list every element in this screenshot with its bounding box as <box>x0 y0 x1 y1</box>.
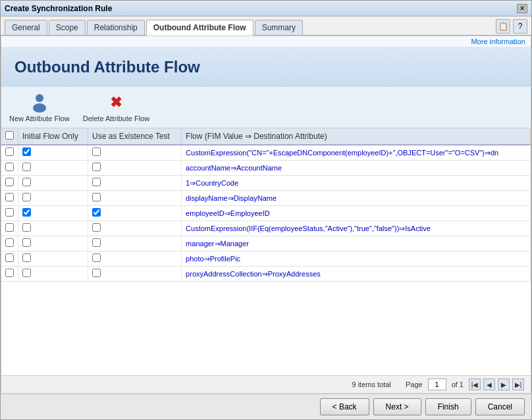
page-label: Page <box>406 381 423 388</box>
existence-test-checkbox[interactable] <box>92 208 101 217</box>
flow-value-cell: accountName⇒AccountName <box>182 161 531 176</box>
initial-flow-cell <box>18 191 88 206</box>
initial-flow-checkbox[interactable] <box>22 208 31 217</box>
existence-test-checkbox[interactable] <box>92 163 101 171</box>
items-total: 9 items total <box>352 381 391 388</box>
flow-value-cell: proxyAddressCollection⇒ProxyAddresses <box>182 267 531 282</box>
flow-value-cell: employeeID⇒EmployeeID <box>182 206 531 221</box>
svg-point-0 <box>36 94 43 102</box>
new-flow-icon <box>29 92 50 113</box>
initial-flow-checkbox[interactable] <box>22 178 31 186</box>
svg-point-1 <box>33 103 46 113</box>
select-all-checkbox[interactable] <box>5 131 14 140</box>
row-select-checkbox[interactable] <box>5 238 14 247</box>
flow-value-cell: photo⇒ProfilePic <box>182 251 531 267</box>
tab-bar: General Scope Relationship Outbound Attr… <box>1 16 531 36</box>
table-row: proxyAddressCollection⇒ProxyAddresses <box>1 267 531 282</box>
table-container: Initial Flow Only Use as Existence Test … <box>1 128 531 375</box>
row-select-cell <box>1 221 18 236</box>
finish-button[interactable]: Finish <box>425 398 471 415</box>
initial-flow-checkbox[interactable] <box>22 147 31 156</box>
existence-test-cell <box>88 221 182 236</box>
initial-flow-cell <box>18 267 88 282</box>
existence-test-cell <box>88 251 182 267</box>
tab-outbound[interactable]: Outbound Attribute Flow <box>146 20 253 36</box>
row-select-checkbox[interactable] <box>5 269 14 277</box>
initial-flow-checkbox[interactable] <box>22 193 31 201</box>
flow-value-cell: 1⇒CountryCode <box>182 176 531 191</box>
table-row: employeeID⇒EmployeeID <box>1 206 531 221</box>
more-info-link[interactable]: More information <box>1 36 531 47</box>
close-button[interactable]: ✕ <box>517 4 527 13</box>
existence-test-cell <box>88 236 182 251</box>
table-row: displayName⇒DisplayName <box>1 191 531 206</box>
existence-test-checkbox[interactable] <box>92 147 101 156</box>
existence-test-checkbox[interactable] <box>92 238 101 247</box>
row-select-checkbox[interactable] <box>5 178 14 186</box>
initial-flow-checkbox[interactable] <box>22 163 31 171</box>
of-label: of 1 <box>452 381 464 388</box>
initial-flow-checkbox[interactable] <box>22 223 31 232</box>
initial-flow-checkbox[interactable] <box>22 269 31 277</box>
row-select-checkbox[interactable] <box>5 147 14 156</box>
row-select-cell <box>1 267 18 282</box>
tab-right-icons: 📋 ? <box>496 19 527 35</box>
row-select-checkbox[interactable] <box>5 193 14 201</box>
row-select-cell <box>1 251 18 267</box>
tab-general[interactable]: General <box>5 20 47 35</box>
cancel-button[interactable]: Cancel <box>475 398 525 415</box>
table-row: accountName⇒AccountName <box>1 161 531 176</box>
row-select-cell <box>1 206 18 221</box>
new-attribute-flow-button[interactable]: New Attribute Flow <box>9 92 70 122</box>
row-select-checkbox[interactable] <box>5 253 14 262</box>
row-select-checkbox[interactable] <box>5 208 14 217</box>
table-row: CustomExpression("CN="+EscapeDNComponent… <box>1 145 531 161</box>
last-page-button[interactable]: ▶| <box>512 379 524 390</box>
row-select-cell <box>1 145 18 161</box>
existence-test-checkbox[interactable] <box>92 269 101 277</box>
tab-summary[interactable]: Summary <box>255 20 303 35</box>
existence-test-cell <box>88 191 182 206</box>
title-bar: Create Synchronization Rule ✕ <box>1 1 531 16</box>
row-select-checkbox[interactable] <box>5 223 14 232</box>
flow-value-cell: displayName⇒DisplayName <box>182 191 531 206</box>
initial-flow-cell <box>18 176 88 191</box>
flow-value-cell: manager⇒Manager <box>182 236 531 251</box>
tab-relationship[interactable]: Relationship <box>87 20 145 35</box>
existence-test-checkbox[interactable] <box>92 223 101 232</box>
row-select-cell <box>1 236 18 251</box>
tab-scope[interactable]: Scope <box>49 20 86 35</box>
page-input[interactable] <box>428 379 446 390</box>
back-button[interactable]: < Back <box>320 398 369 415</box>
existence-test-cell <box>88 206 182 221</box>
delete-flow-icon: ✖ <box>105 92 126 113</box>
existence-test-checkbox[interactable] <box>92 193 101 201</box>
main-window: Create Synchronization Rule ✕ General Sc… <box>0 0 532 420</box>
initial-flow-checkbox[interactable] <box>22 238 31 247</box>
prev-page-button[interactable]: ◀ <box>483 379 495 390</box>
table-row: photo⇒ProfilePic <box>1 251 531 267</box>
existence-test-cell <box>88 176 182 191</box>
delete-attribute-flow-button[interactable]: ✖ Delete Attribute Flow <box>83 92 150 122</box>
initial-flow-cell <box>18 161 88 176</box>
next-button[interactable]: Next > <box>373 398 421 415</box>
page-header: Outbound Attribute Flow <box>1 47 531 87</box>
existence-test-checkbox[interactable] <box>92 178 101 186</box>
row-select-cell <box>1 176 18 191</box>
next-page-button[interactable]: ▶ <box>498 379 510 390</box>
table-row: CustomExpression(IIF(Eq(employeeStatus,"… <box>1 221 531 236</box>
table-row: manager⇒Manager <box>1 236 531 251</box>
button-bar: < Back Next > Finish Cancel <box>1 394 531 419</box>
row-select-checkbox[interactable] <box>5 163 14 171</box>
attribute-flow-table: Initial Flow Only Use as Existence Test … <box>1 128 531 282</box>
col-initial-flow: Initial Flow Only <box>18 128 88 145</box>
content-area: More information Outbound Attribute Flow… <box>1 36 531 394</box>
initial-flow-checkbox[interactable] <box>22 253 31 262</box>
info-icon-button[interactable]: 📋 <box>496 19 510 34</box>
new-attribute-flow-label: New Attribute Flow <box>9 115 70 122</box>
first-page-button[interactable]: |◀ <box>469 379 481 390</box>
existence-test-checkbox[interactable] <box>92 253 101 262</box>
col-checkbox <box>1 128 18 145</box>
help-icon-button[interactable]: ? <box>513 19 527 34</box>
footer-status: 9 items total Page of 1 |◀ ◀ ▶ ▶| <box>1 375 531 393</box>
